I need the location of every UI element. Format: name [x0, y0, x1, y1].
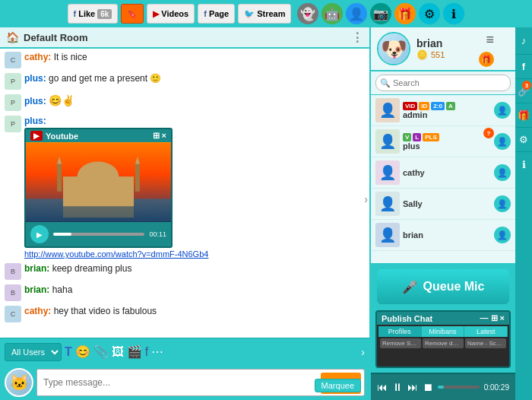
gift-top-icon-button[interactable]: 🎁	[394, 3, 416, 24]
user-list-action-icon[interactable]: 👤	[494, 227, 511, 243]
side-icon-info[interactable]: ℹ	[515, 152, 532, 176]
message-username: brian:	[24, 284, 52, 295]
badge-vid: VID	[403, 102, 417, 110]
message-username: cathy:	[24, 306, 54, 316]
page-button[interactable]: f Page	[198, 4, 235, 24]
badge-a: A	[446, 102, 455, 110]
side-icon-facebook[interactable]: f	[515, 55, 532, 79]
avatar: P	[5, 94, 21, 111]
more-icon[interactable]: ⋯	[151, 344, 163, 359]
svg-point-5	[112, 176, 132, 192]
side-icon-music[interactable]: ♪	[515, 27, 532, 55]
user-list-action-icon[interactable]: 👤	[494, 133, 511, 150]
expand-icon[interactable]: ›	[361, 346, 365, 358]
user-list-name: cathy	[403, 168, 491, 177]
image-icon[interactable]: 🖼	[112, 345, 124, 359]
publish-chat-header: Publish Chat — ⊞ ×	[377, 312, 509, 325]
side-icon-settings[interactable]: ⚙	[515, 128, 532, 152]
page-fb-icon: f	[204, 9, 207, 18]
list-badge-count: ?	[483, 128, 494, 138]
chat-message: B brian: keep dreaming plus	[5, 263, 365, 280]
player-progress-bar[interactable]	[438, 386, 480, 389]
avatar: 👤	[375, 160, 400, 185]
mic-icon: 🎤	[402, 280, 417, 294]
emoji-icon[interactable]: 😊	[75, 344, 90, 359]
facebook-toolbar-icon[interactable]: f	[145, 345, 148, 359]
attachment-icon[interactable]: 📎	[93, 344, 109, 359]
videos-button[interactable]: ▶ Videos	[147, 4, 195, 24]
user-list-action-icon[interactable]: 👤	[494, 164, 511, 181]
pc-tab-minibans[interactable]: Minibans	[422, 326, 465, 337]
users-filter-select[interactable]: All Users Friends Fans	[5, 343, 62, 361]
yt-title: Youtube	[46, 132, 78, 141]
info-top-icon-button[interactable]: ℹ	[443, 3, 464, 24]
pc-tab-profiles[interactable]: Profiles	[378, 326, 422, 337]
hamburger-menu-icon[interactable]: ≡	[486, 32, 494, 48]
room-menu-icon[interactable]: ⋮	[351, 30, 363, 45]
player-prev-button[interactable]: ⏮	[377, 381, 388, 393]
play-button[interactable]: ▶	[30, 225, 49, 243]
publish-chat-box: Publish Chat — ⊞ × Profiles Minibans Lat…	[375, 310, 511, 368]
user-list-name: Sally	[403, 199, 491, 208]
like-label: Like	[78, 9, 95, 18]
search-input[interactable]	[375, 75, 511, 91]
message-content: plus: go and get me a present 🙂	[24, 73, 365, 84]
message-username: plus:	[24, 73, 49, 84]
player-stop-button[interactable]: ⏹	[423, 381, 433, 393]
side-icon-gift[interactable]: 🎁	[515, 103, 532, 128]
publish-chat-title: Publish Chat	[382, 314, 432, 323]
right-gift-icon[interactable]: 🎁	[479, 52, 494, 67]
chat-input-area: 🐱 Send Marquee	[0, 365, 369, 400]
stream-button[interactable]: 🐦 Stream	[238, 4, 291, 24]
player-next-button[interactable]: ⏭	[407, 381, 418, 393]
user-header: 🐶 brian 🪙 551 ≡ 🎁	[371, 27, 515, 71]
svg-rect-6	[57, 162, 62, 192]
list-item[interactable]: 👤 brian 👤	[371, 220, 515, 251]
camera-icon-button[interactable]: 📷	[370, 3, 391, 24]
text-color-icon[interactable]: T	[65, 345, 72, 359]
queue-mic-button[interactable]: 🎤 Queue Mic	[377, 269, 509, 304]
chat-input-box[interactable]: Send Marquee	[36, 369, 365, 396]
badge-id: ID	[419, 102, 429, 110]
message-username: plus:	[24, 96, 49, 106]
left-panel: 🏠 Default Room ⋮ C cathy: It is nice P	[0, 27, 371, 400]
top-bar: f Like 6k 🔖 ▶ Videos f Page 🐦 Stream 👻 🤖…	[0, 0, 532, 27]
publish-chat-tabs: Profiles Minibans Latest	[378, 326, 508, 337]
scroll-arrow[interactable]: ›	[364, 193, 368, 205]
list-item[interactable]: 👤 cathy 👤	[371, 157, 515, 189]
user-list-name: admin	[403, 110, 491, 119]
message-text: hey that video is fabulous	[54, 306, 157, 316]
side-icon-link[interactable]: 🔗 3	[515, 79, 532, 103]
message-text: It is nice	[54, 52, 87, 62]
pc-controls[interactable]: — ⊞ ×	[480, 313, 505, 323]
marquee-button[interactable]: Marquee	[315, 379, 361, 392]
facebook-like-button[interactable]: f Like 6k	[68, 4, 119, 24]
player-play-button[interactable]: ⏸	[392, 381, 403, 393]
chat-message: C cathy: It is nice	[5, 52, 365, 68]
list-item[interactable]: 👤 Sally 👤	[371, 189, 515, 220]
pc-cell-3: Name - Scam Reporting	[465, 338, 506, 348]
ghost-icon-button[interactable]: 👻	[297, 3, 318, 24]
pc-cell-1: Remove Scammer	[380, 338, 421, 348]
list-item[interactable]: 👤 VID ID 2:0 A admin 👤	[371, 95, 515, 126]
bookmark-icon: 🔖	[127, 9, 138, 19]
list-item[interactable]: 👤 V L PLS plus 👤 ?	[371, 126, 515, 157]
search-icon: 🔍	[380, 78, 391, 88]
pc-tab-latest[interactable]: Latest	[464, 326, 508, 337]
side-icon-strip: ♪ f 🔗 3 🎁 ⚙ ℹ	[515, 27, 532, 400]
player-time: 0:00:29	[484, 383, 509, 392]
profile-icon-button[interactable]: 👤	[346, 3, 367, 24]
yt-building-svg	[26, 142, 171, 222]
chat-input-field[interactable]	[37, 370, 303, 395]
user-list-action-icon[interactable]: 👤	[494, 102, 511, 119]
user-list-action-icon[interactable]: 👤	[494, 195, 511, 212]
video-link[interactable]: http://www.youtube.com/watch?v=dmmF-4N6G…	[24, 249, 365, 259]
current-username: brian	[416, 37, 509, 49]
video-toolbar-icon[interactable]: 🎬	[127, 344, 142, 359]
videos-label: Videos	[161, 9, 188, 18]
progress-bar[interactable]	[53, 233, 144, 236]
search-bar: 🔍	[371, 71, 515, 95]
android-icon-button[interactable]: 🤖	[321, 3, 343, 24]
bookmark-button[interactable]: 🔖	[121, 4, 144, 24]
gear-top-icon-button[interactable]: ⚙	[419, 3, 440, 24]
